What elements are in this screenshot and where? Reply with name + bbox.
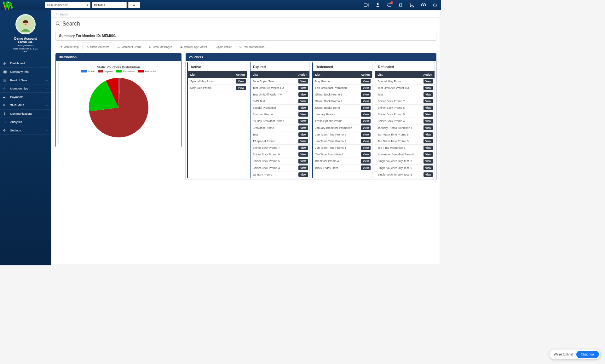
member-id-input[interactable] [92,2,127,8]
sidebar-item-memberships[interactable]: ☆Memberships⌄ [0,84,51,93]
sidebar-item-communications[interactable]: 🎙Communications⌄ [0,110,51,118]
user-profile: Demo Account Fresh Co. demo@wallet.inc U… [0,14,51,57]
nav-icon: ✉ [3,103,8,107]
bell-icon[interactable] [397,2,404,8]
view-button[interactable]: View [298,92,308,97]
voucher-col-body[interactable]: Special May PromoViewMay Sale PromoView [188,78,247,178]
view-button[interactable]: View [361,92,371,97]
tab-pos-transactions[interactable]: ⧉PoS Transactions [236,43,268,51]
view-button[interactable]: View [424,132,433,137]
view-button[interactable]: View [298,146,308,150]
view-button[interactable]: View [298,79,308,83]
voucher-col-title: Active [188,62,247,71]
view-button[interactable]: View [298,139,308,143]
view-button[interactable]: View [361,146,371,150]
view-button[interactable]: View [424,92,433,97]
view-button[interactable]: View [424,79,433,83]
tab-wallet-page-views[interactable]: ◉Wallet Page Views [176,43,211,51]
view-button[interactable]: View [298,99,308,103]
tab-membership[interactable]: ◔Membership [55,43,83,51]
search-icon [55,21,60,26]
search-button[interactable] [128,2,140,8]
tab-sms-messages[interactable]: ✉SMS Messages [145,43,176,51]
view-button[interactable]: View [298,112,308,117]
view-button[interactable]: View [298,152,308,157]
view-button[interactable]: View [424,125,433,130]
voucher-name: Jan Team Time Promo 1 [313,145,359,151]
legend-item: Expired [98,70,113,73]
breadcrumb: Search [52,11,440,18]
sidebar-item-sms-mms[interactable]: ✉SMS/MMS⌄ [0,101,51,110]
view-button[interactable]: View [424,146,433,150]
view-button[interactable]: View [298,119,308,123]
view-button[interactable]: View [361,132,371,137]
topbar: Club Member ID: ▾ 1 [0,0,441,10]
view-button[interactable]: View [424,106,433,110]
chat-icon[interactable] [409,2,415,8]
voucher-name: January Promo [313,112,359,118]
voucher-row: January PromoView [313,111,372,118]
view-button[interactable]: View [424,112,433,117]
view-button[interactable]: View [236,86,246,90]
tasks-icon[interactable]: 1 [386,2,392,8]
view-button[interactable]: View [361,152,371,157]
voucher-row: Shiner Bock Promo 6View [251,151,310,158]
view-button[interactable]: View [424,139,433,143]
user-since: User since: Dec 6, 2021 [3,47,48,50]
view-button[interactable]: View [361,125,371,130]
view-button[interactable]: View [424,152,433,157]
tab-apple-wallet[interactable]: Apple Wallet [211,43,235,51]
user-name: Demo Account [3,37,48,40]
sidebar-item-dashboard[interactable]: ◷Dashboard [0,59,51,68]
view-button[interactable]: View [298,159,308,163]
voucher-col-body[interactable]: June Super SaleViewTest Limit Ace Wallet… [251,78,310,178]
view-button[interactable]: View [298,132,308,137]
voucher-col-title: Redemeed [313,62,372,71]
distribution-chart: Static Vouchers Distribution ActiveExpir… [58,63,179,144]
user-email: demo@wallet.inc [3,44,48,47]
view-button[interactable]: View [361,79,371,83]
view-button[interactable]: View [298,125,308,130]
legend-swatch [116,70,122,72]
voucher-name: Shiner Bock Promo 5 [375,112,422,118]
view-button[interactable]: View [424,159,433,163]
view-button[interactable]: View [424,165,433,170]
sidebar-item-payments[interactable]: ⇄Payments⌄ [0,93,51,101]
cloud-icon[interactable] [420,2,427,8]
action-header: Action [295,71,310,78]
view-button[interactable]: View [298,165,308,170]
view-button[interactable]: View [361,165,371,170]
support-icon[interactable] [374,2,381,8]
search-type-select[interactable]: Club Member ID: ▾ [45,2,90,8]
view-button[interactable]: View [298,106,308,110]
view-button[interactable]: View [361,86,371,90]
view-button[interactable]: View [424,86,433,90]
voucher-name: Single Voucher July Test -7 [375,158,422,164]
view-button[interactable]: View [424,99,433,103]
sidebar-item-analytics[interactable]: 〽Analytics⌄ [0,118,51,126]
view-button[interactable]: View [361,99,371,103]
voucher-col-body[interactable]: Special May PromoViewTest Limit Ace Wall… [375,78,435,178]
tab-merchant-credit[interactable]: ▭Merchant Credit [113,43,145,51]
sidebar-item-point-of-sale[interactable]: 🛒Point of Sale⌄ [0,76,51,84]
voucher-row: January Promo Gunnison 1View [375,125,435,131]
view-button[interactable]: View [361,139,371,143]
view-button[interactable]: View [236,79,246,83]
voucher-name: Summer Promo [251,112,297,118]
sidebar-item-settings[interactable]: ⚙Settings⌄ [0,126,51,135]
sidebar-item-company-info[interactable]: 🏢Company Info⌄ [0,68,51,76]
power-icon[interactable] [432,2,438,8]
voucher-col-body[interactable]: May PromoViewFeb Breakfast PromotionView… [313,78,372,178]
topbar-actions: 1 [363,2,438,8]
view-button[interactable]: View [424,119,433,123]
view-button[interactable]: View [361,106,371,110]
view-button[interactable]: View [361,119,371,123]
view-button[interactable]: View [424,172,433,177]
view-button[interactable]: View [361,112,371,117]
video-icon[interactable] [363,2,369,8]
chevron-down-icon: ▾ [87,3,88,7]
view-button[interactable]: View [298,86,308,90]
tab-static-vouchers[interactable]: ◇Static Vouchers [83,43,113,51]
view-button[interactable]: View [361,159,371,163]
view-button[interactable]: View [298,172,308,177]
